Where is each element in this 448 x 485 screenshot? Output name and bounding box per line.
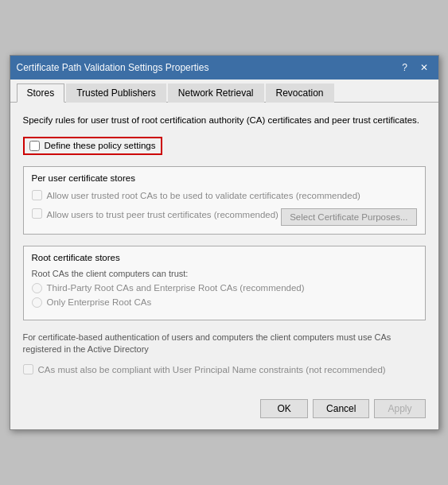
root-cert-section: Root certificate stores Root CAs the cli… (23, 246, 426, 320)
dialog-window: Certificate Path Validation Settings Pro… (10, 55, 439, 429)
allow-peer-trust-checkbox[interactable] (32, 208, 42, 219)
cancel-button[interactable]: Cancel (313, 399, 369, 418)
root-cert-section-title: Root certificate stores (32, 253, 417, 262)
dialog-buttons: OK Cancel Apply (10, 399, 438, 429)
tab-trusted-publishers[interactable]: Trusted Publishers (66, 83, 166, 103)
allow-peer-trust-row: Allow users to trust peer trust certific… (32, 208, 417, 226)
title-bar: Certificate Path Validation Settings Pro… (10, 56, 438, 80)
window-title: Certificate Path Validation Settings Pro… (17, 62, 209, 73)
define-policy-row: Define these policy settings (23, 137, 162, 155)
define-policy-checkbox[interactable] (29, 141, 40, 151)
allow-trusted-root-checkbox[interactable] (32, 190, 42, 200)
per-user-section-title: Per user certificate stores (32, 173, 417, 183)
root-cert-subtitle: Root CAs the client computers can trust: (32, 269, 417, 278)
enterprise-only-label: Only Enterprise Root CAs (47, 297, 152, 307)
tabs-bar: Stores Trusted Publishers Network Retrie… (10, 80, 438, 103)
allow-peer-trust-left: Allow users to trust peer trust certific… (32, 208, 282, 221)
third-party-root-radio[interactable] (32, 283, 42, 293)
title-bar-controls: ? ✕ (397, 60, 432, 75)
description-text: Specify rules for user trust of root cer… (23, 114, 426, 126)
enterprise-only-radio[interactable] (32, 297, 42, 308)
ok-button[interactable]: OK (260, 399, 308, 418)
tab-network-retrieval[interactable]: Network Retrieval (168, 83, 264, 103)
allow-trusted-root-label: Allow user trusted root CAs to be used t… (47, 189, 360, 202)
bottom-checkbox-row: CAs must also be compliant with User Pri… (23, 363, 426, 376)
apply-button[interactable]: Apply (374, 399, 425, 418)
tab-stores[interactable]: Stores (17, 83, 65, 103)
define-policy-label: Define these policy settings (45, 141, 156, 150)
footer-note: For certificate-based authentication of … (23, 332, 426, 356)
enterprise-only-radio-item: Only Enterprise Root CAs (32, 297, 417, 308)
close-button[interactable]: ✕ (416, 60, 432, 75)
allow-trusted-root-item: Allow user trusted root CAs to be used t… (32, 189, 417, 202)
help-button[interactable]: ? (397, 60, 413, 75)
upn-constraints-checkbox[interactable] (23, 364, 33, 374)
per-user-section: Per user certificate stores Allow user t… (23, 166, 426, 235)
tab-revocation[interactable]: Revocation (266, 83, 334, 103)
allow-peer-trust-label: Allow users to trust peer trust certific… (47, 208, 279, 221)
select-certificate-purposes-button[interactable]: Select Certificate Purposes... (281, 208, 416, 226)
third-party-root-label: Third-Party Root CAs and Enterprise Root… (47, 283, 305, 293)
content-area: Specify rules for user trust of root cer… (10, 103, 438, 398)
upn-constraints-label: CAs must also be compliant with User Pri… (38, 363, 386, 376)
third-party-root-radio-item: Third-Party Root CAs and Enterprise Root… (32, 283, 417, 293)
